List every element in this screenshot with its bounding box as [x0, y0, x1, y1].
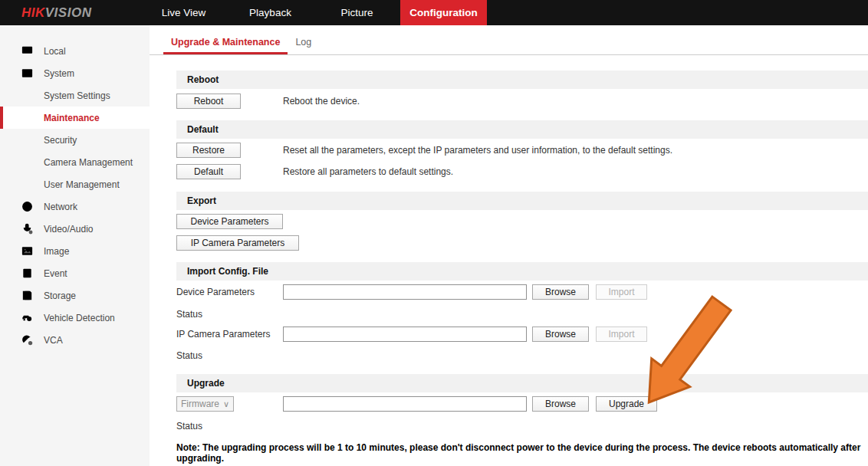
sidebar-item-label: Camera Management	[44, 157, 133, 168]
import-device-browse-button[interactable]: Browse	[532, 284, 589, 300]
restore-description: Reset all the parameters, except the IP …	[283, 145, 672, 156]
microphone-icon	[21, 222, 34, 235]
sidebar: Local System System Settings Maintenance…	[0, 25, 150, 466]
event-notepad-icon	[21, 267, 34, 280]
import-ip-camera-browse-button[interactable]: Browse	[532, 327, 589, 342]
tab-bar: Upgrade & Maintenance Log	[150, 25, 868, 55]
reboot-button[interactable]: Reboot	[176, 94, 241, 109]
nav-live-view[interactable]: Live View	[140, 0, 227, 25]
nav-configuration[interactable]: Configuration	[400, 0, 487, 25]
sidebar-item-label: Local	[44, 46, 66, 57]
image-icon	[21, 244, 34, 258]
sidebar-item-network[interactable]: Network	[0, 195, 150, 218]
firmware-select[interactable]: Firmware ∨	[176, 396, 234, 412]
chevron-down-icon: ∨	[223, 399, 229, 409]
nav-playback[interactable]: Playback	[227, 0, 314, 25]
tab-upgrade-maintenance[interactable]: Upgrade & Maintenance	[163, 37, 288, 54]
monitor-icon	[21, 44, 34, 57]
sidebar-item-label: Security	[44, 135, 77, 146]
reboot-section-header: Reboot	[176, 71, 868, 89]
sidebar-item-storage[interactable]: Storage	[0, 284, 150, 307]
export-device-parameters-button[interactable]: Device Parameters	[176, 214, 283, 229]
sidebar-item-user-management[interactable]: User Management	[0, 173, 150, 195]
import-ip-camera-status-label: Status	[176, 350, 868, 361]
reboot-description: Reboot the device.	[283, 96, 360, 107]
sidebar-item-security[interactable]: Security	[0, 129, 150, 151]
logo-vision: VISION	[45, 5, 92, 21]
sidebar-item-vehicle-detection[interactable]: Vehicle Detection	[0, 307, 150, 329]
upgrade-status-label: Status	[176, 421, 868, 432]
nav-picture[interactable]: Picture	[314, 0, 400, 25]
sidebar-item-label: Vehicle Detection	[44, 313, 115, 323]
sidebar-item-system[interactable]: System	[0, 62, 150, 84]
default-section-header: Default	[176, 120, 868, 139]
import-device-import-button[interactable]: Import	[596, 284, 647, 300]
upgrade-file-input[interactable]	[283, 396, 527, 412]
import-device-parameters-input[interactable]	[283, 284, 527, 300]
tab-log[interactable]: Log	[288, 37, 319, 54]
export-section-header: Export	[176, 192, 868, 210]
sidebar-item-label: User Management	[44, 179, 120, 190]
sidebar-item-label: System Settings	[44, 90, 110, 101]
vca-icon	[21, 333, 34, 346]
import-config-section-header: Import Config. File	[176, 262, 868, 281]
top-bar: HIKVISION Live View Playback Picture Con…	[0, 0, 868, 25]
sidebar-item-label: Video/Audio	[44, 224, 94, 235]
upgrade-section-header: Upgrade	[176, 374, 868, 392]
upgrade-button[interactable]: Upgrade	[596, 396, 657, 412]
default-description: Restore all parameters to default settin…	[283, 166, 453, 177]
import-device-status-label: Status	[176, 309, 868, 320]
sidebar-item-label: Network	[44, 202, 77, 212]
system-window-icon	[21, 67, 34, 80]
hikvision-logo: HIKVISION	[21, 0, 91, 25]
sidebar-item-image[interactable]: Image	[0, 240, 150, 262]
sidebar-item-system-settings[interactable]: System Settings	[0, 84, 150, 107]
default-button[interactable]: Default	[176, 164, 241, 179]
sidebar-item-camera-management[interactable]: Camera Management	[0, 151, 150, 173]
firmware-select-value: Firmware	[181, 399, 219, 409]
logo-hik: HIK	[21, 5, 45, 21]
sidebar-item-event[interactable]: Event	[0, 262, 150, 284]
import-device-parameters-label: Device Parameters	[176, 287, 283, 297]
sidebar-item-video-audio[interactable]: Video/Audio	[0, 218, 150, 240]
sidebar-item-label: Image	[44, 246, 69, 257]
globe-icon	[21, 200, 34, 213]
import-ip-camera-parameters-input[interactable]	[283, 327, 527, 342]
main-content: Upgrade & Maintenance Log Reboot Reboot …	[150, 25, 868, 466]
sidebar-item-vca[interactable]: VCA	[0, 329, 150, 351]
vehicle-detection-icon	[21, 311, 34, 324]
restore-button[interactable]: Restore	[176, 143, 241, 158]
sidebar-item-label: VCA	[44, 335, 63, 346]
sidebar-item-label: Event	[44, 268, 67, 279]
top-navigation: Live View Playback Picture Configuration	[140, 0, 487, 25]
export-ip-camera-parameters-button[interactable]: IP Camera Parameters	[176, 235, 299, 251]
import-ip-camera-import-button[interactable]: Import	[596, 327, 647, 342]
import-ip-camera-parameters-label: IP Camera Parameters	[176, 329, 283, 340]
sidebar-item-local[interactable]: Local	[0, 40, 150, 62]
sidebar-item-label: Maintenance	[44, 113, 100, 123]
upgrade-note: Note: The upgrading process will be 1 to…	[176, 442, 868, 464]
storage-floppy-icon	[21, 289, 34, 302]
sidebar-item-label: Storage	[44, 290, 76, 301]
upgrade-browse-button[interactable]: Browse	[532, 396, 589, 412]
sidebar-item-maintenance[interactable]: Maintenance	[0, 107, 150, 129]
sidebar-item-label: System	[44, 68, 74, 79]
